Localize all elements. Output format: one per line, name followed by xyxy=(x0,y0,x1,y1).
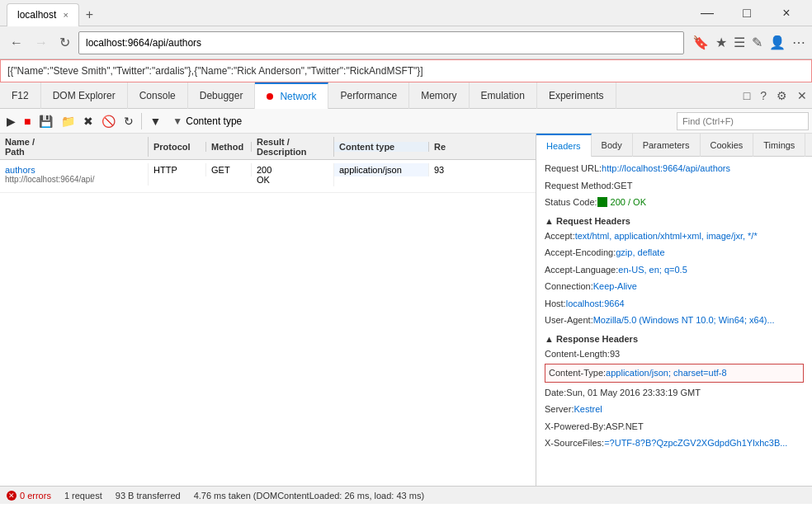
host-row: Host: localhost:9664 xyxy=(545,297,804,311)
detail-tab-bar: Headers Body Parameters Cookies Timings xyxy=(536,134,812,157)
cell-re: 93 xyxy=(429,163,536,176)
accept-encoding-row: Accept-Encoding: gzip, deflate xyxy=(545,246,804,260)
devtools-undock-btn[interactable]: □ xyxy=(739,82,755,109)
timing-info: 4.76 ms taken (DOMContentLoaded: 26 ms, … xyxy=(194,491,424,501)
experiments-label: Experiments xyxy=(549,90,604,101)
address-bar-icons: 🔖 ★ ☰ ✎ 👤 ⋯ xyxy=(692,35,805,50)
tab-memory[interactable]: Memory xyxy=(409,82,469,109)
tab-console[interactable]: Console xyxy=(128,82,188,109)
tab-dom-explorer[interactable]: DOM Explorer xyxy=(41,82,128,109)
tab-close-btn[interactable]: × xyxy=(63,10,68,20)
detail-tab-headers[interactable]: Headers xyxy=(536,134,592,157)
user-agent-label: User-Agent: xyxy=(545,313,593,327)
user-agent-row: User-Agent: Mozilla/5.0 (Windows NT 10.0… xyxy=(545,313,804,327)
forward-button[interactable]: → xyxy=(31,32,51,54)
window-controls: — □ × xyxy=(688,0,805,26)
server-value: Kestrel xyxy=(574,402,602,416)
devtools-settings-btn[interactable]: ⚙ xyxy=(772,82,792,109)
json-output-bar: [{"Name":"Steve Smith","Twitter":"ardali… xyxy=(0,59,812,82)
table-scroll-area: authors http://localhost:9664/api/ HTTP … xyxy=(0,160,536,486)
cell-name: authors http://localhost:9664/api/ xyxy=(0,163,149,186)
debugger-label: Debugger xyxy=(200,90,243,101)
col-header-protocol: Protocol xyxy=(149,142,206,152)
host-label: Host: xyxy=(545,297,566,311)
content-type-row: Content-Type: application/json; charset=… xyxy=(545,364,804,383)
x-source-row: X-SourceFiles: =?UTF-8?B?QzpcZGV2XGdpdGh… xyxy=(545,436,804,450)
response-headers-section: Response Headers xyxy=(545,334,804,344)
headers-detail-content: Request URL: http://localhost:9664/api/a… xyxy=(536,157,812,486)
user-agent-value: Mozilla/5.0 (Windows NT 10.0; Win64; x64… xyxy=(593,313,775,327)
favorites-icon[interactable]: ★ xyxy=(715,35,727,50)
profile-icon[interactable]: 👤 xyxy=(769,35,786,50)
tools-icon[interactable]: ✎ xyxy=(752,35,762,50)
detail-tab-timings[interactable]: Timings xyxy=(753,134,805,157)
url-bar[interactable] xyxy=(78,31,684,54)
accept-language-label: Accept-Language: xyxy=(545,263,618,277)
row-name-url: http://localhost:9664/api/ xyxy=(5,175,143,184)
devtools-close-btn[interactable]: ✕ xyxy=(792,82,812,109)
content-type-label[interactable]: Content type xyxy=(186,115,242,127)
network-content: Name / Path Protocol Method Result / Des… xyxy=(0,134,812,486)
menu-icon[interactable]: ☰ xyxy=(734,35,745,50)
detail-tab-cookies[interactable]: Cookies xyxy=(701,134,754,157)
col-header-content-type: Content type xyxy=(334,142,429,152)
content-type-resp-label: Content-Type: xyxy=(549,366,606,380)
maximize-button[interactable]: □ xyxy=(728,0,766,26)
request-count: 1 request xyxy=(64,491,102,501)
request-url-label: Request URL: xyxy=(545,162,602,176)
start-capturing-btn[interactable]: ▶ xyxy=(3,111,19,132)
filter-funnel-icon: ▼ xyxy=(172,115,182,127)
refresh-capture-btn[interactable]: ↻ xyxy=(120,111,137,132)
minimize-button[interactable]: — xyxy=(688,0,726,26)
request-url-value: http://localhost:9664/api/authors xyxy=(602,162,730,176)
cell-result: 200 OK xyxy=(252,163,334,186)
network-toolbar: ▶ ■ 💾 📁 ✖ 🚫 ↻ ▼ ▼ Content type xyxy=(0,109,812,134)
open-btn[interactable]: 📁 xyxy=(58,111,78,132)
back-button[interactable]: ← xyxy=(7,32,26,54)
clear-btn[interactable]: ✖ xyxy=(80,111,97,132)
accept-encoding-label: Accept-Encoding: xyxy=(545,246,616,260)
server-label: Server: xyxy=(545,402,574,416)
accept-language-value: en-US, en; q=0.5 xyxy=(618,263,687,277)
tab-f12[interactable]: F12 xyxy=(0,82,41,109)
error-icon: ✕ xyxy=(7,491,17,501)
devtools-right-controls: □ ? ⚙ ✕ xyxy=(739,82,812,109)
content-type-filter: ▼ Content type xyxy=(166,115,248,127)
stop-capturing-btn[interactable]: ■ xyxy=(21,111,34,132)
detail-tab-body[interactable]: Body xyxy=(592,134,633,157)
detail-tab-parameters[interactable]: Parameters xyxy=(633,134,701,157)
status-code-row: Status Code: 200 / OK xyxy=(545,195,804,209)
date-row: Date: Sun, 01 May 2016 23:33:19 GMT xyxy=(545,386,804,400)
error-status: ✕ 0 errors xyxy=(7,491,51,501)
toolbar-separator xyxy=(141,113,142,129)
tab-debugger[interactable]: Debugger xyxy=(188,82,256,109)
host-value: localhost:9664 xyxy=(566,297,625,311)
tab-title: localhost xyxy=(17,9,56,21)
status-value: 200 / OK xyxy=(611,195,646,209)
date-label: Date: xyxy=(545,386,566,400)
table-row[interactable]: authors http://localhost:9664/api/ HTTP … xyxy=(0,160,536,193)
col-header-method: Method xyxy=(206,142,252,152)
filter-btn[interactable]: ▼ xyxy=(146,111,164,132)
bookmark-icon[interactable]: 🔖 xyxy=(692,35,709,50)
close-button[interactable]: × xyxy=(767,0,805,26)
result-code: 200 xyxy=(257,165,328,175)
content-length-row: Content-Length: 93 xyxy=(545,347,804,361)
tab-experiments[interactable]: Experiments xyxy=(537,82,616,109)
tab-performance[interactable]: Performance xyxy=(328,82,409,109)
cell-method: GET xyxy=(206,163,252,176)
network-clear2-btn[interactable]: 🚫 xyxy=(98,111,119,132)
col-header-re: Re xyxy=(429,142,536,152)
more-icon[interactable]: ⋯ xyxy=(792,35,805,50)
accept-label: Accept: xyxy=(545,229,575,243)
new-tab-button[interactable]: + xyxy=(79,4,100,26)
tab-emulation[interactable]: Emulation xyxy=(470,82,537,109)
network-detail-panel: Headers Body Parameters Cookies Timings … xyxy=(536,134,812,486)
devtools-help-btn[interactable]: ? xyxy=(755,82,772,109)
browser-tab[interactable]: localhost × xyxy=(7,3,79,26)
find-input[interactable] xyxy=(677,112,809,130)
save-btn[interactable]: 💾 xyxy=(35,111,56,132)
refresh-button[interactable]: ↻ xyxy=(56,31,73,54)
tab-network[interactable]: Network xyxy=(255,82,328,109)
json-output-text: [{"Name":"Steve Smith","Twitter":"ardali… xyxy=(7,65,423,77)
